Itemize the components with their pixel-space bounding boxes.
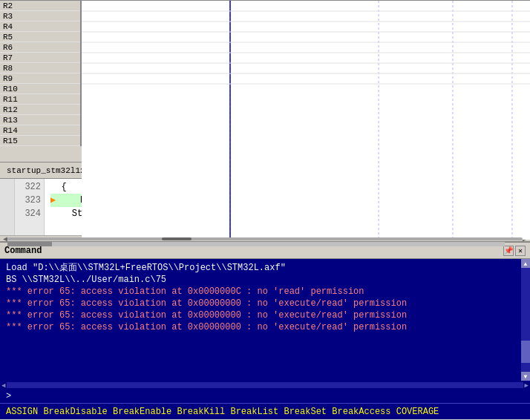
cmd-line-0: Load "D:\\桌面\\STM32L+FreeRTOS\\Project\\… xyxy=(6,262,515,274)
sig-R13: R13 xyxy=(0,115,80,125)
output-hscroll[interactable]: ◀ ▶ xyxy=(0,381,530,390)
cmd-line-3: *** error 65: access violation at 0x0000… xyxy=(6,298,515,309)
command-title: Command xyxy=(4,246,42,256)
linenum-322: 322 xyxy=(18,180,41,194)
sig-R6: R6 xyxy=(0,42,80,53)
scroll-thumb xyxy=(521,341,530,363)
code-scrollbar-track[interactable] xyxy=(7,237,523,240)
cmd-keywords: ASSIGN BreakDisable BreakEnable BreakKil… xyxy=(0,407,445,417)
waveform-canvas xyxy=(82,1,530,240)
sig-R14: R14 xyxy=(0,125,80,136)
command-controls: 📌 ✕ xyxy=(503,246,526,256)
output-scrollbar[interactable]: ▲ ▼ xyxy=(521,259,530,381)
cmd-keyword-bar: ASSIGN BreakDisable BreakEnable BreakKil… xyxy=(0,403,530,419)
sig-R15: R15 xyxy=(0,136,80,146)
arrow-indicator: ▶ xyxy=(50,194,56,207)
pin-button[interactable]: 📌 xyxy=(503,246,514,256)
prompt-symbol: > xyxy=(6,391,11,401)
output-scroll-left[interactable]: ◀ xyxy=(0,381,7,390)
scroll-up-button[interactable]: ▲ xyxy=(521,259,530,268)
main-container: 0 s 3.06 ms 11 ms R2 R3 R4 R5 R6 R7 R8 R… xyxy=(0,0,530,420)
scroll-track[interactable] xyxy=(521,268,530,372)
line-numbers: 322 323 324 xyxy=(15,179,45,235)
sig-R5: R5 xyxy=(0,32,80,42)
sig-R3: R3 xyxy=(0,11,80,22)
cmd-line-2: *** error 65: access violation at 0x0000… xyxy=(6,286,515,298)
cmd-line-1: BS \\STM32L\\../User/main.c\75 xyxy=(6,274,515,286)
sig-R7: R7 xyxy=(0,53,80,63)
linenum-324: 324 xyxy=(18,207,41,220)
waveform-wrapper: 0 s 3.06 ms 11 ms R2 R3 R4 R5 R6 R7 R8 R… xyxy=(0,0,530,146)
command-output: Load "D:\\桌面\\STM32L+FreeRTOS\\Project\\… xyxy=(0,259,521,381)
output-body: Load "D:\\桌面\\STM32L+FreeRTOS\\Project\\… xyxy=(0,259,530,381)
prompt-row: > xyxy=(0,390,530,403)
output-hscroll-track[interactable] xyxy=(7,382,523,388)
waveform-hscroll[interactable] xyxy=(7,242,505,246)
sig-R4: R4 xyxy=(0,22,80,32)
waveform-svg xyxy=(82,1,530,240)
output-scroll-right[interactable]: ▶ xyxy=(523,381,530,390)
sig-R12: R12 xyxy=(0,105,80,115)
sig-R2: R2 xyxy=(0,1,80,11)
close-command-button[interactable]: ✕ xyxy=(515,246,526,256)
breakpoint-gutter xyxy=(0,179,15,235)
cmd-line-4: *** error 65: access violation at 0x0000… xyxy=(6,309,515,321)
sig-R10: R10 xyxy=(0,84,80,94)
command-area: Command 📌 ✕ Load "D:\\桌面\\STM32L+FreeRTO… xyxy=(0,243,530,419)
linenum-323: 323 xyxy=(18,194,41,207)
code-text-322: { xyxy=(50,180,67,194)
sig-R8: R8 xyxy=(0,63,80,73)
waveform-hscroll-thumb xyxy=(7,242,52,246)
sig-R11: R11 xyxy=(0,94,80,105)
scroll-down-button[interactable]: ▼ xyxy=(521,372,530,381)
sig-R9: R9 xyxy=(0,73,80,84)
code-scrollbar-thumb xyxy=(162,237,192,240)
cmd-line-5: *** error 65: access violation at 0x0000… xyxy=(6,321,515,333)
